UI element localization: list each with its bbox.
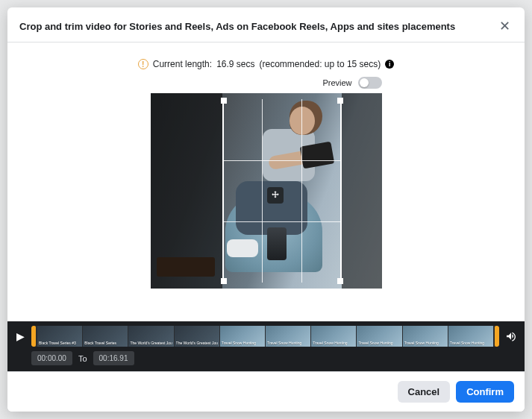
toggle-knob [360,78,369,87]
timeline-thumb[interactable]: Black Travel Series #3 [37,326,82,347]
warning-icon: ! [138,59,148,69]
play-button[interactable]: ▶ [15,330,25,342]
modal-title: Crop and trim video for Stories and Reel… [19,21,455,32]
preview-toggle[interactable] [358,77,382,89]
timeline-thumb[interactable]: Travel Snow Hunting [311,326,356,347]
timeline-bar: ▶ Black Travel Series #3 Black Travel Se… [7,321,525,371]
crop-move-button[interactable] [267,187,284,204]
crop-dim-right [342,93,382,289]
volume-icon [505,330,517,342]
crop-handle-tr[interactable] [337,98,343,104]
move-icon [270,190,281,201]
video-crop-stage[interactable] [151,93,382,289]
crop-frame-edge-right[interactable] [340,99,342,283]
timeline-track[interactable]: Black Travel Series #3 Black Travel Seri… [31,326,499,347]
close-button[interactable]: ✕ [496,18,513,34]
length-value: 16.9 secs [216,59,254,69]
timeline-thumb[interactable]: Travel Snow Hunting [357,326,401,347]
crop-trim-modal: Crop and trim video for Stories and Reel… [7,7,525,412]
cancel-button[interactable]: Cancel [398,381,451,403]
time-from-input[interactable]: 00:00.00 [31,351,72,365]
length-info-row: ! Current length: 16.9 secs (recommended… [138,59,395,69]
length-recommended: (recommended: up to 15 secs) [260,59,381,69]
timeline-thumb[interactable]: The World's Greatest Journey [128,326,173,347]
volume-button[interactable] [505,330,517,342]
preview-label: Preview [322,78,351,87]
crop-handle-br[interactable] [337,278,343,284]
trim-handle-end[interactable] [495,326,499,347]
modal-body: ! Current length: 16.9 secs (recommended… [7,42,525,321]
info-icon[interactable]: i [385,60,394,69]
timeline-thumb[interactable]: Travel Snow Hunting [220,326,265,347]
play-icon: ▶ [16,330,25,342]
timeline-thumb[interactable]: The World's Greatest Journey [175,326,219,347]
time-input-row: 00:00.00 To 00:16.91 [15,351,517,365]
timeline-thumb[interactable]: Black Travel Series [83,326,128,347]
timeline-thumbs: Black Travel Series #3 Black Travel Seri… [37,326,493,347]
time-to-input[interactable]: 00:16.91 [93,351,134,365]
timeline-row: ▶ Black Travel Series #3 Black Travel Se… [15,326,517,347]
trim-handle-start[interactable] [31,326,36,347]
crop-frame-edge-left[interactable] [222,99,224,283]
timeline-thumb[interactable]: Travel Snow Hunting [448,326,493,347]
length-prefix: Current length: [153,59,212,69]
timeline-thumb[interactable]: Travel Snow Hunting [403,326,448,347]
modal-header: Crop and trim video for Stories and Reel… [7,7,525,42]
timeline-thumb[interactable]: Travel Snow Hunting [266,326,310,347]
modal-footer: Cancel Confirm [7,371,525,412]
crop-dim-left [151,93,222,289]
confirm-button[interactable]: Confirm [456,381,514,403]
crop-handle-tl[interactable] [221,98,227,104]
crop-handle-bl[interactable] [221,278,227,284]
preview-toggle-row: Preview [151,77,382,89]
time-to-label: To [78,354,87,363]
close-icon: ✕ [499,19,510,33]
